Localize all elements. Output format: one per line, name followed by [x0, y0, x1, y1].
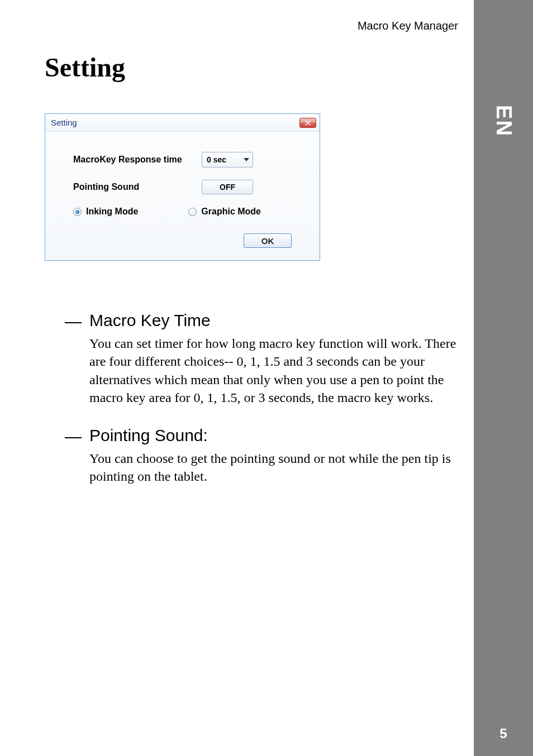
section-text: You can set timer for how long macro key… — [89, 334, 474, 407]
close-button[interactable] — [299, 118, 316, 128]
pointing-sound-toggle[interactable]: OFF — [202, 180, 253, 194]
section-text: You can choose to get the pointing sound… — [89, 449, 474, 486]
ok-label: OK — [261, 236, 274, 246]
ok-button[interactable]: OK — [244, 233, 292, 248]
section-macro-key-time: — Macro Key Time You can set timer for h… — [45, 311, 474, 407]
response-time-row: MacroKey Response time 0 sec — [73, 152, 303, 168]
section-body: Macro Key Time You can set timer for how… — [68, 311, 474, 407]
section-title: Pointing Sound: — [89, 426, 474, 445]
sections: — Macro Key Time You can set timer for h… — [45, 311, 474, 485]
dash-bullet: — — [45, 311, 68, 407]
dialog-titlebar: Setting — [45, 114, 320, 132]
pointing-sound-row: Pointing Sound OFF — [73, 180, 303, 194]
graphic-mode-label: Graphic Mode — [201, 207, 261, 217]
pointing-sound-label: Pointing Sound — [73, 182, 202, 192]
radio-icon — [73, 208, 82, 216]
close-icon — [305, 120, 311, 126]
page-content: Macro Key Manager Setting Setting MacroK… — [0, 0, 474, 756]
response-time-select[interactable]: 0 sec — [202, 152, 253, 168]
section-title: Macro Key Time — [89, 311, 474, 330]
graphic-mode-option[interactable]: Graphic Mode — [188, 207, 261, 217]
inking-mode-label: Inking Mode — [86, 207, 138, 217]
radio-icon — [188, 208, 197, 216]
header-app-name: Macro Key Manager — [358, 20, 458, 32]
response-time-label: MacroKey Response time — [73, 155, 202, 165]
dialog-body: MacroKey Response time 0 sec Pointing So… — [45, 132, 320, 260]
pointing-sound-value: OFF — [220, 183, 235, 192]
sidebar: EN 5 — [474, 0, 533, 756]
section-pointing-sound: — Pointing Sound: You can choose to get … — [45, 426, 474, 486]
dialog-title: Setting — [51, 118, 299, 127]
section-body: Pointing Sound: You can choose to get th… — [68, 426, 474, 486]
mode-radio-group: Inking Mode Graphic Mode — [73, 207, 303, 217]
chevron-down-icon — [244, 158, 249, 161]
dash-bullet: — — [45, 426, 68, 486]
page-title: Setting — [45, 52, 474, 83]
ok-row: OK — [73, 233, 303, 248]
language-label: EN — [492, 105, 516, 137]
settings-dialog: Setting MacroKey Response time 0 sec Poi… — [45, 113, 320, 261]
inking-mode-option[interactable]: Inking Mode — [73, 207, 138, 217]
page-number: 5 — [499, 726, 507, 741]
response-time-value: 0 sec — [207, 155, 244, 164]
